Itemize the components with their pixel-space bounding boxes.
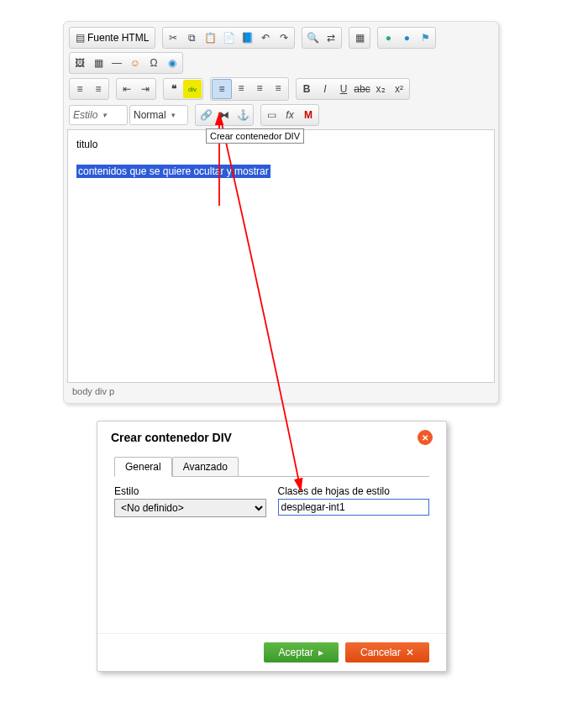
smiley-button[interactable]: ☺ <box>126 54 144 72</box>
indent-icon: ⇥ <box>141 83 150 95</box>
table-icon: ▦ <box>94 57 103 69</box>
style-dropdown-label: Estilo <box>73 109 97 121</box>
quote-icon: ❝ <box>171 83 176 95</box>
bold-icon: B <box>303 83 311 95</box>
unlink-button[interactable]: ⧓ <box>215 106 234 124</box>
classes-input[interactable] <box>278 499 430 516</box>
fx-icon: fx <box>286 109 293 121</box>
iframe-button[interactable]: ◉ <box>163 54 181 72</box>
find-button[interactable]: 🔍 <box>303 29 322 47</box>
smiley-icon: ☺ <box>130 57 140 69</box>
indent-button[interactable]: ⇥ <box>136 80 155 98</box>
copy-button[interactable]: ⧉ <box>182 29 201 47</box>
image-icon: 🖼 <box>75 57 85 69</box>
rule-icon: ― <box>112 57 122 69</box>
align-justify-icon: ≡ <box>275 82 281 94</box>
special-char-button[interactable]: Ω <box>144 54 163 72</box>
align-left-button[interactable]: ≡ <box>212 79 232 99</box>
iframe-icon: ◉ <box>168 57 176 69</box>
link-button[interactable]: 🔗 <box>197 106 215 124</box>
source-icon: ▤ <box>76 32 85 44</box>
accept-label: Aceptar <box>279 647 313 658</box>
strike-button[interactable]: abc <box>353 80 371 98</box>
div-tooltip: Crear contenedor DIV <box>206 128 304 144</box>
create-div-button[interactable]: div <box>183 80 202 98</box>
table-button[interactable]: ▦ <box>89 54 108 72</box>
image-button[interactable]: 🖼 <box>71 54 89 72</box>
align-justify-button[interactable]: ≡ <box>269 79 287 97</box>
align-left-icon: ≡ <box>218 83 224 95</box>
formula-button[interactable]: fx <box>281 106 299 124</box>
close-icon: ✕ <box>422 433 428 443</box>
style-field-label: Estilo <box>114 485 266 497</box>
redo-button[interactable]: ↷ <box>275 29 293 47</box>
chevron-down-icon: ▾ <box>102 111 107 119</box>
replace-icon: ⇄ <box>327 32 335 44</box>
bold-button[interactable]: B <box>297 80 316 98</box>
chevron-down-icon: ▾ <box>171 111 176 119</box>
align-center-button[interactable]: ≡ <box>232 79 250 97</box>
align-right-icon: ≡ <box>256 82 262 94</box>
m-icon: M <box>304 109 313 121</box>
bullet-list-button[interactable]: ≡ <box>89 80 108 98</box>
link-icon: 🔗 <box>200 109 213 121</box>
align-center-icon: ≡ <box>238 82 244 94</box>
anchor-icon: ⚓ <box>237 109 249 121</box>
paste-word-icon: 📘 <box>241 32 254 44</box>
tab-general[interactable]: General <box>114 457 172 477</box>
strike-icon: abc <box>354 83 370 95</box>
numbered-list-button[interactable]: ≡ <box>71 80 89 98</box>
underline-button[interactable]: U <box>334 80 353 98</box>
media-button[interactable]: ▭ <box>262 106 281 124</box>
subscript-button[interactable]: x₂ <box>371 80 390 98</box>
paste-button[interactable]: 📋 <box>201 29 219 47</box>
paste-icon: 📋 <box>204 32 217 44</box>
source-button[interactable]: ▤Fuente HTML <box>71 29 154 47</box>
superscript-icon: x² <box>395 83 403 95</box>
close-button[interactable]: ✕ <box>418 430 433 445</box>
clip-icon: ▭ <box>267 109 276 121</box>
italic-button[interactable]: I <box>316 80 334 98</box>
paste-text-icon: 📄 <box>223 32 235 44</box>
cut-button[interactable]: ✂ <box>164 29 182 47</box>
replace-button[interactable]: ⇄ <box>322 29 340 47</box>
tab-advanced[interactable]: Avanzado <box>172 457 239 477</box>
m-button[interactable]: M <box>299 106 318 124</box>
unlink-icon: ⧓ <box>219 109 229 121</box>
numbered-list-icon: ≡ <box>76 83 82 95</box>
undo-button[interactable]: ↶ <box>256 29 275 47</box>
align-right-button[interactable]: ≡ <box>250 79 269 97</box>
blockquote-button[interactable]: ❝ <box>165 80 183 98</box>
paste-word-button[interactable]: 📘 <box>238 29 256 47</box>
select-all-icon: ▦ <box>355 32 365 44</box>
selected-text: contenidos que se quiere ocultar y mostr… <box>76 165 270 178</box>
outdent-button[interactable]: ⇤ <box>118 80 136 98</box>
style-dropdown[interactable]: Estilo▾ <box>69 105 128 125</box>
flag-icon: ⚑ <box>421 32 430 44</box>
accept-button[interactable]: Aceptar▸ <box>264 642 339 663</box>
status-bar: body div p <box>67 383 495 400</box>
editor-content-area[interactable]: titulo contenidos que se quiere ocultar … <box>67 129 495 383</box>
format-dropdown-label: Normal <box>134 109 166 121</box>
paste-text-button[interactable]: 📄 <box>219 29 238 47</box>
select-all-button[interactable]: ▦ <box>350 29 369 47</box>
cancel-label: Cancelar <box>360 647 401 658</box>
plugin3-button[interactable]: ⚑ <box>416 29 434 47</box>
toolbar-row-1: ▤Fuente HTML ✂ ⧉ 📋 📄 📘 ↶ ↷ 🔍 ⇄ ▦ ● ● ⚑ <box>67 25 495 50</box>
create-div-dialog: Crear contenedor DIV ✕ General Avanzado … <box>97 421 447 672</box>
globe-icon: ● <box>386 32 391 44</box>
plugin1-button[interactable]: ● <box>379 29 397 47</box>
div-icon: div <box>188 86 197 93</box>
rule-button[interactable]: ― <box>108 54 126 72</box>
dialog-tabs: General Avanzado <box>114 457 429 477</box>
superscript-button[interactable]: x² <box>390 80 408 98</box>
bullet-list-icon: ≡ <box>95 83 101 95</box>
format-dropdown[interactable]: Normal▾ <box>129 105 188 125</box>
redo-icon: ↷ <box>280 32 288 44</box>
plugin2-button[interactable]: ● <box>397 29 416 47</box>
cancel-button[interactable]: Cancelar✕ <box>345 642 429 663</box>
anchor-button[interactable]: ⚓ <box>234 106 252 124</box>
binoculars-icon: 🔍 <box>307 32 319 44</box>
scissors-icon: ✂ <box>169 32 177 44</box>
style-select[interactable]: <No definido> <box>114 499 266 517</box>
